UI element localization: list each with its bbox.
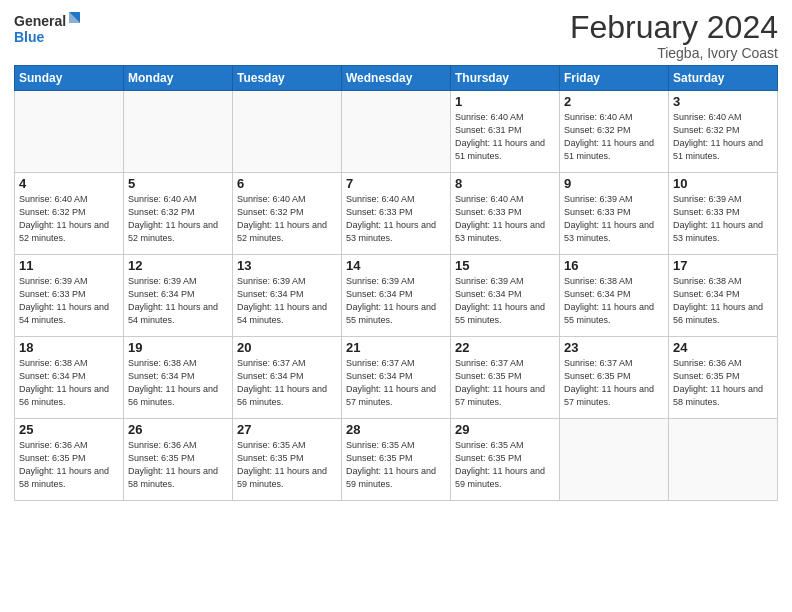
day-number: 8 — [455, 176, 555, 191]
day-number: 16 — [564, 258, 664, 273]
day-number: 6 — [237, 176, 337, 191]
day-number: 7 — [346, 176, 446, 191]
day-number: 24 — [673, 340, 773, 355]
calendar-header-row: SundayMondayTuesdayWednesdayThursdayFrid… — [15, 66, 778, 91]
day-number: 5 — [128, 176, 228, 191]
calendar-table: SundayMondayTuesdayWednesdayThursdayFrid… — [14, 65, 778, 501]
week-row-3: 11Sunrise: 6:39 AM Sunset: 6:33 PM Dayli… — [15, 255, 778, 337]
title-block: February 2024 Tiegba, Ivory Coast — [570, 10, 778, 61]
header-wednesday: Wednesday — [342, 66, 451, 91]
day-info: Sunrise: 6:39 AM Sunset: 6:34 PM Dayligh… — [128, 275, 228, 327]
calendar-cell: 7Sunrise: 6:40 AM Sunset: 6:33 PM Daylig… — [342, 173, 451, 255]
day-info: Sunrise: 6:36 AM Sunset: 6:35 PM Dayligh… — [19, 439, 119, 491]
day-number: 1 — [455, 94, 555, 109]
day-info: Sunrise: 6:39 AM Sunset: 6:33 PM Dayligh… — [673, 193, 773, 245]
week-row-4: 18Sunrise: 6:38 AM Sunset: 6:34 PM Dayli… — [15, 337, 778, 419]
day-info: Sunrise: 6:39 AM Sunset: 6:33 PM Dayligh… — [19, 275, 119, 327]
day-info: Sunrise: 6:40 AM Sunset: 6:31 PM Dayligh… — [455, 111, 555, 163]
day-info: Sunrise: 6:40 AM Sunset: 6:32 PM Dayligh… — [237, 193, 337, 245]
calendar-cell: 26Sunrise: 6:36 AM Sunset: 6:35 PM Dayli… — [124, 419, 233, 501]
day-info: Sunrise: 6:40 AM Sunset: 6:33 PM Dayligh… — [455, 193, 555, 245]
calendar-cell: 22Sunrise: 6:37 AM Sunset: 6:35 PM Dayli… — [451, 337, 560, 419]
day-number: 9 — [564, 176, 664, 191]
calendar-cell: 6Sunrise: 6:40 AM Sunset: 6:32 PM Daylig… — [233, 173, 342, 255]
day-number: 11 — [19, 258, 119, 273]
calendar-cell: 3Sunrise: 6:40 AM Sunset: 6:32 PM Daylig… — [669, 91, 778, 173]
calendar-cell: 25Sunrise: 6:36 AM Sunset: 6:35 PM Dayli… — [15, 419, 124, 501]
subtitle: Tiegba, Ivory Coast — [570, 45, 778, 61]
day-info: Sunrise: 6:35 AM Sunset: 6:35 PM Dayligh… — [346, 439, 446, 491]
day-info: Sunrise: 6:39 AM Sunset: 6:34 PM Dayligh… — [346, 275, 446, 327]
day-info: Sunrise: 6:38 AM Sunset: 6:34 PM Dayligh… — [128, 357, 228, 409]
day-number: 21 — [346, 340, 446, 355]
calendar-cell: 27Sunrise: 6:35 AM Sunset: 6:35 PM Dayli… — [233, 419, 342, 501]
day-info: Sunrise: 6:40 AM Sunset: 6:33 PM Dayligh… — [346, 193, 446, 245]
calendar-cell: 12Sunrise: 6:39 AM Sunset: 6:34 PM Dayli… — [124, 255, 233, 337]
calendar-cell: 23Sunrise: 6:37 AM Sunset: 6:35 PM Dayli… — [560, 337, 669, 419]
calendar-cell: 8Sunrise: 6:40 AM Sunset: 6:33 PM Daylig… — [451, 173, 560, 255]
svg-text:Blue: Blue — [14, 29, 45, 45]
calendar-cell: 28Sunrise: 6:35 AM Sunset: 6:35 PM Dayli… — [342, 419, 451, 501]
day-number: 20 — [237, 340, 337, 355]
week-row-2: 4Sunrise: 6:40 AM Sunset: 6:32 PM Daylig… — [15, 173, 778, 255]
calendar-cell: 11Sunrise: 6:39 AM Sunset: 6:33 PM Dayli… — [15, 255, 124, 337]
header-saturday: Saturday — [669, 66, 778, 91]
day-number: 26 — [128, 422, 228, 437]
calendar-cell — [233, 91, 342, 173]
day-info: Sunrise: 6:37 AM Sunset: 6:35 PM Dayligh… — [455, 357, 555, 409]
day-info: Sunrise: 6:40 AM Sunset: 6:32 PM Dayligh… — [564, 111, 664, 163]
day-info: Sunrise: 6:35 AM Sunset: 6:35 PM Dayligh… — [237, 439, 337, 491]
header-thursday: Thursday — [451, 66, 560, 91]
calendar-cell: 19Sunrise: 6:38 AM Sunset: 6:34 PM Dayli… — [124, 337, 233, 419]
week-row-5: 25Sunrise: 6:36 AM Sunset: 6:35 PM Dayli… — [15, 419, 778, 501]
calendar-cell: 21Sunrise: 6:37 AM Sunset: 6:34 PM Dayli… — [342, 337, 451, 419]
calendar-cell — [15, 91, 124, 173]
calendar-cell: 17Sunrise: 6:38 AM Sunset: 6:34 PM Dayli… — [669, 255, 778, 337]
day-number: 15 — [455, 258, 555, 273]
day-info: Sunrise: 6:38 AM Sunset: 6:34 PM Dayligh… — [673, 275, 773, 327]
calendar-cell: 18Sunrise: 6:38 AM Sunset: 6:34 PM Dayli… — [15, 337, 124, 419]
calendar-cell: 10Sunrise: 6:39 AM Sunset: 6:33 PM Dayli… — [669, 173, 778, 255]
day-info: Sunrise: 6:40 AM Sunset: 6:32 PM Dayligh… — [128, 193, 228, 245]
day-info: Sunrise: 6:40 AM Sunset: 6:32 PM Dayligh… — [673, 111, 773, 163]
day-info: Sunrise: 6:39 AM Sunset: 6:33 PM Dayligh… — [564, 193, 664, 245]
calendar-cell — [669, 419, 778, 501]
logo: General Blue — [14, 10, 84, 48]
header-monday: Monday — [124, 66, 233, 91]
day-info: Sunrise: 6:39 AM Sunset: 6:34 PM Dayligh… — [237, 275, 337, 327]
calendar-cell — [124, 91, 233, 173]
main-title: February 2024 — [570, 10, 778, 45]
calendar-cell: 4Sunrise: 6:40 AM Sunset: 6:32 PM Daylig… — [15, 173, 124, 255]
day-number: 12 — [128, 258, 228, 273]
calendar-cell — [560, 419, 669, 501]
calendar-cell: 24Sunrise: 6:36 AM Sunset: 6:35 PM Dayli… — [669, 337, 778, 419]
day-number: 17 — [673, 258, 773, 273]
day-info: Sunrise: 6:38 AM Sunset: 6:34 PM Dayligh… — [564, 275, 664, 327]
header-tuesday: Tuesday — [233, 66, 342, 91]
calendar-cell: 9Sunrise: 6:39 AM Sunset: 6:33 PM Daylig… — [560, 173, 669, 255]
day-info: Sunrise: 6:37 AM Sunset: 6:34 PM Dayligh… — [346, 357, 446, 409]
calendar-cell: 16Sunrise: 6:38 AM Sunset: 6:34 PM Dayli… — [560, 255, 669, 337]
day-info: Sunrise: 6:36 AM Sunset: 6:35 PM Dayligh… — [673, 357, 773, 409]
page: General Blue February 2024 Tiegba, Ivory… — [0, 0, 792, 612]
header-sunday: Sunday — [15, 66, 124, 91]
day-number: 3 — [673, 94, 773, 109]
week-row-1: 1Sunrise: 6:40 AM Sunset: 6:31 PM Daylig… — [15, 91, 778, 173]
day-number: 2 — [564, 94, 664, 109]
calendar-cell: 2Sunrise: 6:40 AM Sunset: 6:32 PM Daylig… — [560, 91, 669, 173]
calendar-cell: 13Sunrise: 6:39 AM Sunset: 6:34 PM Dayli… — [233, 255, 342, 337]
day-number: 29 — [455, 422, 555, 437]
day-number: 10 — [673, 176, 773, 191]
day-info: Sunrise: 6:35 AM Sunset: 6:35 PM Dayligh… — [455, 439, 555, 491]
day-number: 19 — [128, 340, 228, 355]
calendar-cell: 29Sunrise: 6:35 AM Sunset: 6:35 PM Dayli… — [451, 419, 560, 501]
day-number: 28 — [346, 422, 446, 437]
svg-text:General: General — [14, 13, 66, 29]
day-info: Sunrise: 6:39 AM Sunset: 6:34 PM Dayligh… — [455, 275, 555, 327]
day-number: 18 — [19, 340, 119, 355]
day-info: Sunrise: 6:40 AM Sunset: 6:32 PM Dayligh… — [19, 193, 119, 245]
calendar-cell — [342, 91, 451, 173]
day-number: 14 — [346, 258, 446, 273]
calendar-cell: 1Sunrise: 6:40 AM Sunset: 6:31 PM Daylig… — [451, 91, 560, 173]
header-friday: Friday — [560, 66, 669, 91]
